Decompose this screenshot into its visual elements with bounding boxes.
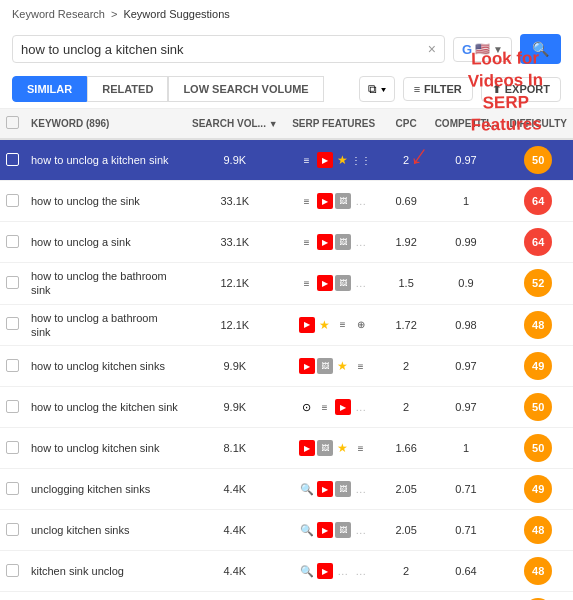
difficulty-cell: 48 [503, 510, 573, 551]
row-checkbox-cell[interactable] [0, 387, 25, 428]
row-checkbox-cell[interactable] [0, 428, 25, 469]
difficulty-cell: 50 [503, 428, 573, 469]
cpc-cell: 2 [384, 139, 429, 181]
keyword-table: KEYWORD (896) SEARCH VOL... ▼ SERP FEATU… [0, 109, 573, 600]
row-checkbox-cell[interactable] [0, 510, 25, 551]
row-checkbox-cell[interactable] [0, 551, 25, 592]
row-checkbox-cell[interactable] [0, 139, 25, 181]
row-checkbox[interactable] [6, 359, 19, 372]
search-vol-cell: 12.1K [186, 263, 284, 305]
difficulty-cell: 64 [503, 222, 573, 263]
keyword-cell: how to unclog the kitchen sink [25, 387, 186, 428]
cpc-cell: 2 [384, 346, 429, 387]
select-all-col[interactable] [0, 109, 25, 139]
row-checkbox-cell[interactable] [0, 181, 25, 222]
export-button[interactable]: ⬆ EXPORT [481, 77, 561, 102]
row-checkbox-cell[interactable] [0, 346, 25, 387]
difficulty-badge: 49 [524, 352, 552, 380]
select-all-checkbox[interactable] [6, 116, 19, 129]
row-checkbox-cell[interactable] [0, 304, 25, 346]
search-engine-selector[interactable]: G 🇺🇸 ▼ [453, 37, 512, 62]
difficulty-cell: 50 [503, 387, 573, 428]
filter-icon: ≡ [414, 83, 420, 95]
row-checkbox[interactable] [6, 564, 19, 577]
competition-header: COMPETITI... [429, 109, 504, 139]
serp-cell: ▶🖼★≡ [284, 346, 384, 387]
chevron-down-icon: ▼ [493, 44, 503, 55]
serp-cell: ≡▶🖼… [284, 263, 384, 305]
serp-cell: ≡▶🖼… [284, 181, 384, 222]
difficulty-cell: 64 [503, 181, 573, 222]
serp-cell: ⊙≡▶… [284, 387, 384, 428]
row-checkbox[interactable] [6, 153, 19, 166]
export-icon: ⬆ [492, 83, 501, 96]
search-vol-cell: 9.9K [186, 387, 284, 428]
serp-cell: ▶★≡⊕ [284, 304, 384, 346]
cpc-cell: 0.69 [384, 181, 429, 222]
serp-cell: ≡▶★⋮⋮ [284, 139, 384, 181]
tab-similar[interactable]: SIMILAR [12, 76, 87, 102]
tab-low-search-volume[interactable]: LOW SEARCH VOLUME [168, 76, 323, 102]
serp-cell: 🔍▶…… [284, 551, 384, 592]
difficulty-cell: 48 [503, 551, 573, 592]
tab-bar: SIMILAR RELATED LOW SEARCH VOLUME ⧉ ▾ ≡ … [0, 70, 573, 109]
row-checkbox[interactable] [6, 482, 19, 495]
row-checkbox[interactable] [6, 523, 19, 536]
search-vol-cell: 4.4K [186, 551, 284, 592]
tab-related[interactable]: RELATED [87, 76, 168, 102]
search-input[interactable] [21, 42, 424, 57]
breadcrumb-current: Keyword Suggestions [123, 8, 229, 20]
row-checkbox-cell[interactable] [0, 263, 25, 305]
row-checkbox[interactable] [6, 400, 19, 413]
search-button[interactable]: 🔍 [520, 34, 561, 64]
keyword-cell: kitchen sink unclog [25, 551, 186, 592]
table-row: how to unclog the sink 33.1K ≡▶🖼… 0.69 1… [0, 181, 573, 222]
keyword-cell: how to unclog kitchen sinks [25, 346, 186, 387]
row-checkbox[interactable] [6, 317, 19, 330]
row-checkbox[interactable] [6, 235, 19, 248]
table-row: how to unclog kitchen sinks 9.9K ▶🖼★≡ 2 … [0, 346, 573, 387]
competition-cell: 0.97 [429, 387, 504, 428]
difficulty-badge: 48 [524, 516, 552, 544]
cpc-cell: 1.66 [384, 428, 429, 469]
competition-cell: 1 [429, 428, 504, 469]
keyword-cell: unclogging kitchen sinks [25, 469, 186, 510]
table-row: unclogging kitchen sinks 4.4K 🔍▶🖼… 2.05 … [0, 469, 573, 510]
breadcrumb-root[interactable]: Keyword Research [12, 8, 105, 20]
row-checkbox[interactable] [6, 276, 19, 289]
row-checkbox-cell[interactable] [0, 222, 25, 263]
competition-cell: 0.71 [429, 510, 504, 551]
search-bar: × G 🇺🇸 ▼ 🔍 [0, 28, 573, 70]
copy-button[interactable]: ⧉ ▾ [359, 76, 394, 102]
difficulty-badge: 48 [524, 557, 552, 585]
difficulty-cell: 49 [503, 469, 573, 510]
difficulty-cell: 52 [503, 263, 573, 305]
competition-cell: 0.99 [429, 222, 504, 263]
row-checkbox[interactable] [6, 441, 19, 454]
cpc-cell: 1.92 [384, 222, 429, 263]
cpc-cell: 1.72 [384, 304, 429, 346]
row-checkbox-cell[interactable] [0, 592, 25, 600]
row-checkbox[interactable] [6, 194, 19, 207]
serp-cell: ≡▶🖼… [284, 222, 384, 263]
table-row: kitchen sink unclog 4.4K 🔍▶…… 2 0.64 48 [0, 551, 573, 592]
keyword-cell: how to unclog the bathroom sink [25, 263, 186, 305]
keyword-cell: unclog kitchen sinks [25, 510, 186, 551]
table-row: how to unclog the bathroom sink 12.1K ≡▶… [0, 263, 573, 305]
clear-icon[interactable]: × [428, 41, 436, 57]
row-checkbox-cell[interactable] [0, 469, 25, 510]
difficulty-badge: 48 [524, 311, 552, 339]
competition-cell: 0.97 [429, 139, 504, 181]
filter-button[interactable]: ≡ FILTER [403, 77, 473, 101]
table-row: how to unclog a sink drain 4.4K ≡▶…… 1.7… [0, 592, 573, 600]
cpc-cell: 1.5 [384, 263, 429, 305]
table-row: how to unclog the kitchen sink 9.9K ⊙≡▶…… [0, 387, 573, 428]
export-label: EXPORT [505, 83, 550, 95]
keyword-cell: how to unclog a kitchen sink [25, 139, 186, 181]
cpc-cell: 2 [384, 551, 429, 592]
keyword-cell: how to unclog the sink [25, 181, 186, 222]
difficulty-badge: 64 [524, 228, 552, 256]
search-vol-header[interactable]: SEARCH VOL... ▼ [186, 109, 284, 139]
competition-cell: 0.64 [429, 551, 504, 592]
search-vol-cell: 4.4K [186, 469, 284, 510]
